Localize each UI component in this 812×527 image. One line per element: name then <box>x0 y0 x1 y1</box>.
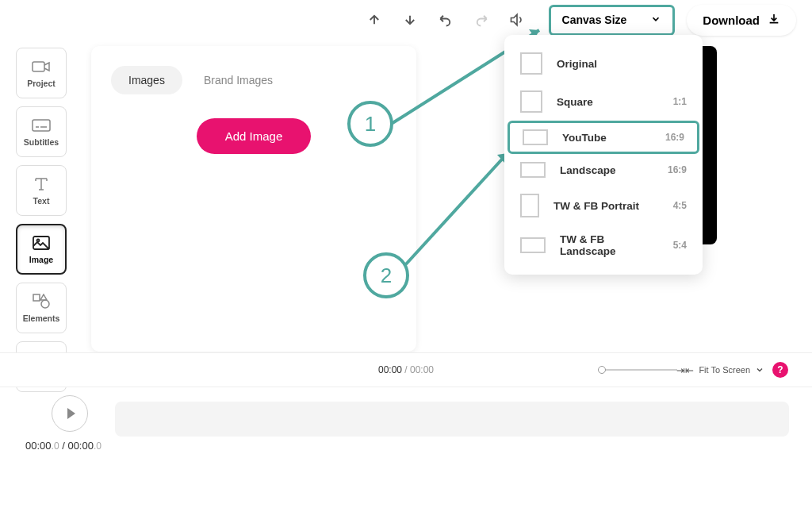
fit-label: Fit To Screen <box>699 365 750 375</box>
option-label: Square <box>557 96 659 108</box>
option-ratio: 16:9 <box>668 164 687 175</box>
elements-icon <box>32 294 51 310</box>
tab-brand-images[interactable]: Brand Images <box>186 66 290 94</box>
chevron-down-icon <box>755 365 764 375</box>
svg-rect-0 <box>33 62 44 71</box>
text-icon <box>32 176 51 192</box>
ratio-icon <box>520 52 542 75</box>
option-label: Original <box>557 58 672 70</box>
option-label: TW & FB Landscape <box>560 233 659 257</box>
option-ratio: 1:1 <box>673 96 687 107</box>
playbar: 00:00 / 00:00 ⇥⇤ Fit To Screen ? <box>0 352 812 387</box>
download-button[interactable]: Download <box>687 5 796 36</box>
sidebar-item-label: Image <box>29 255 53 264</box>
fit-icon: ⇥⇤ <box>676 364 694 376</box>
tab-images[interactable]: Images <box>111 66 182 94</box>
ratio-icon <box>520 90 542 113</box>
callout-arrow-2 <box>400 147 515 270</box>
play-button[interactable] <box>52 395 88 432</box>
option-ratio: 16:9 <box>665 132 684 143</box>
sidebar-item-label: Elements <box>23 314 60 323</box>
time-current: 00:00 <box>378 364 402 375</box>
canvas-size-dropdown: Original Square 1:1 YouTube 16:9 Landsca… <box>504 35 703 275</box>
sidebar-item-label: Project <box>27 79 56 88</box>
timeline-track[interactable] <box>115 402 789 437</box>
image-panel: Images Brand Images Add Image <box>91 46 416 352</box>
canvas-size-option-square[interactable]: Square 1:1 <box>504 83 703 121</box>
timeline-time: 00:00.0 / 00:00.0 <box>25 440 788 452</box>
ratio-icon <box>520 194 539 217</box>
chevron-down-icon <box>650 13 661 27</box>
sidebar-item-text[interactable]: Text <box>16 165 67 216</box>
fit-to-screen-button[interactable]: ⇥⇤ Fit To Screen <box>676 364 764 376</box>
option-label: TW & FB Portrait <box>553 200 659 212</box>
sidebar-item-label: Subtitles <box>24 137 59 147</box>
ratio-icon <box>520 162 546 178</box>
option-label: Landscape <box>560 164 653 176</box>
sidebar-item-image[interactable]: Image <box>16 224 67 275</box>
option-ratio: 5:4 <box>673 240 687 251</box>
ratio-icon <box>523 129 548 145</box>
play-icon <box>67 408 75 419</box>
sidebar-item-label: Text <box>33 196 50 206</box>
canvas-size-option-portrait[interactable]: TW & FB Portrait 4:5 <box>504 186 703 225</box>
download-label: Download <box>703 13 760 27</box>
timeline: 00:00.0 / 00:00.0 <box>0 387 812 460</box>
ratio-icon <box>520 237 546 253</box>
image-icon <box>32 235 51 251</box>
sidebar-item-subtitles[interactable]: Subtitles <box>16 106 67 157</box>
time-total: 00:00 <box>410 364 434 375</box>
canvas-size-option-landscape[interactable]: Landscape 16:9 <box>504 154 703 186</box>
svg-rect-4 <box>33 294 40 301</box>
callout-1: 1 <box>347 101 393 147</box>
option-ratio: 4:5 <box>673 200 687 211</box>
sidebar-item-elements[interactable]: Elements <box>16 283 67 333</box>
zoom-slider[interactable] <box>598 369 677 371</box>
add-image-button[interactable]: Add Image <box>197 118 312 154</box>
svg-point-5 <box>41 300 49 308</box>
video-icon <box>32 59 51 75</box>
canvas-size-button[interactable]: Canvas Size <box>549 5 676 36</box>
help-button[interactable]: ? <box>772 362 788 378</box>
canvas-size-option-youtube[interactable]: YouTube 16:9 <box>508 121 699 154</box>
subtitles-icon <box>32 117 51 133</box>
playbar-time: 00:00 / 00:00 <box>378 364 434 375</box>
svg-rect-1 <box>33 120 50 131</box>
canvas-size-option-fb-landscape[interactable]: TW & FB Landscape 5:4 <box>504 225 703 265</box>
callout-2: 2 <box>363 252 409 298</box>
sidebar-item-project[interactable]: Project <box>16 48 67 98</box>
zoom-handle[interactable] <box>598 366 606 374</box>
canvas-size-option-original[interactable]: Original <box>504 44 703 83</box>
canvas-size-label: Canvas Size <box>562 13 627 26</box>
arrow-up-icon[interactable] <box>366 12 382 28</box>
download-icon <box>768 13 780 28</box>
option-label: YouTube <box>562 132 651 144</box>
